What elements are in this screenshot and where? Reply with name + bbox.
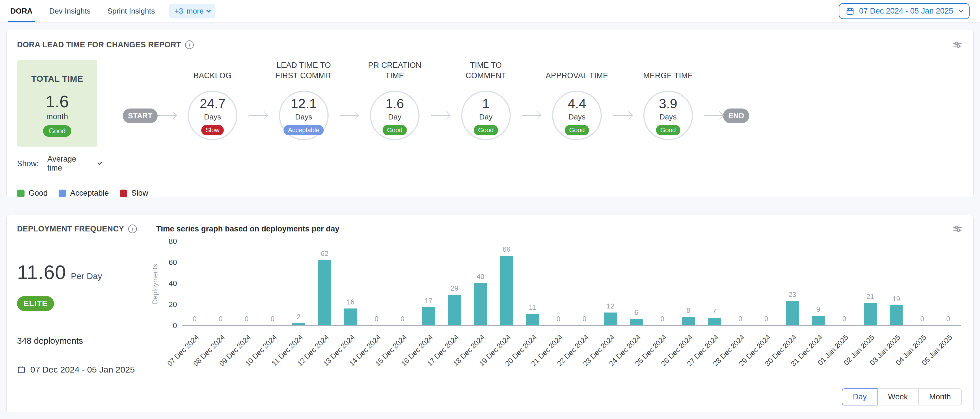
stage-circle: 1DayGood xyxy=(461,90,511,140)
gridline xyxy=(181,262,961,262)
y-axis-tick: 0 xyxy=(173,321,177,330)
tab-sprint-insights[interactable]: Sprint Insights xyxy=(107,0,155,22)
chart-bar[interactable] xyxy=(604,313,617,325)
chart-bar[interactable] xyxy=(292,323,305,325)
granularity-week[interactable]: Week xyxy=(877,389,919,405)
chart-bar[interactable] xyxy=(864,303,877,325)
bar-value-label: 0 xyxy=(582,315,586,323)
bar-value-label: 0 xyxy=(192,315,196,323)
stage-label: APPROVAL TIME xyxy=(546,60,608,81)
bar-value-label: 0 xyxy=(946,315,950,323)
show-label: Show: xyxy=(17,159,39,168)
bar-value-label: 0 xyxy=(219,315,222,323)
status-legend: GoodAcceptableSlow xyxy=(17,189,97,198)
total-deployments: 348 deployments xyxy=(17,336,148,346)
chart-bar[interactable] xyxy=(448,295,461,325)
show-dropdown-value: Average time xyxy=(47,155,77,173)
stage-circle: 3.9DaysGood xyxy=(643,90,693,140)
chevron-down-icon xyxy=(98,161,102,165)
flow-stage-pr-creation-time: PR CREATION TIME1.6DayGood xyxy=(359,60,431,140)
flow-arrow-icon xyxy=(431,115,450,116)
chart-bar-slot: 0 xyxy=(259,242,286,325)
deployment-date-range-text: 07 Dec 2024 - 05 Jan 2025 xyxy=(30,365,135,375)
chart-bar[interactable] xyxy=(682,317,695,325)
chart-bar[interactable] xyxy=(526,314,539,325)
chart-bar-slot: 0 xyxy=(727,242,753,325)
gridline xyxy=(181,304,961,304)
legend-label: Acceptable xyxy=(70,189,109,198)
stage-unit: Day xyxy=(388,113,401,122)
info-icon[interactable] xyxy=(185,40,194,49)
chart-bar[interactable] xyxy=(344,308,357,325)
date-range-text: 07 Dec 2024 - 05 Jan 2025 xyxy=(859,6,953,16)
total-time-value: 1.6 xyxy=(17,92,97,111)
show-average-dropdown[interactable]: Average time xyxy=(39,155,101,173)
gridline xyxy=(181,283,961,283)
bar-value-label: 9 xyxy=(816,305,820,313)
chart-bar[interactable] xyxy=(630,319,643,325)
chart-bar-slot: 0 xyxy=(234,242,259,325)
chart-bar[interactable] xyxy=(890,305,903,325)
stage-label: TIME TO COMMENT xyxy=(450,60,522,81)
legend-label: Slow xyxy=(131,189,148,198)
status-badge: Acceptable xyxy=(283,125,324,135)
stage-value: 1 xyxy=(482,96,490,111)
chart-bar-slot: 62 xyxy=(312,242,337,325)
gridline xyxy=(181,241,961,241)
chevron-down-icon xyxy=(207,8,211,13)
chart-bar[interactable] xyxy=(708,318,721,325)
deployment-rate-unit: Per Day xyxy=(71,271,102,281)
stage-label: MERGE TIME xyxy=(643,60,693,81)
chart-plot-area: 0000262160017294066110012608700239021190… xyxy=(181,242,961,326)
chart-bar[interactable] xyxy=(812,316,825,325)
chart-bar[interactable] xyxy=(474,283,487,325)
chart-bar[interactable] xyxy=(318,260,331,325)
flow-stage-time-to-comment: TIME TO COMMENT1DayGood xyxy=(450,60,522,140)
chart-bar-slot: 2 xyxy=(286,242,312,325)
deployment-date-range: 07 Dec 2024 - 05 Jan 2025 xyxy=(17,365,148,375)
chart-bar[interactable] xyxy=(786,301,799,325)
flow-stage-lead-time-to-first-commit: LEAD TIME TO FIRST COMMIT12.1DaysAccepta… xyxy=(268,60,340,140)
y-axis-tick: 20 xyxy=(169,300,177,309)
tab-list: DORADev InsightsSprint Insights xyxy=(10,0,155,22)
chart-bar-slot: 29 xyxy=(441,242,468,325)
calendar-icon xyxy=(846,7,854,16)
bar-value-label: 0 xyxy=(374,315,378,323)
sliders-icon xyxy=(952,223,963,234)
granularity-day[interactable]: Day xyxy=(842,389,878,405)
y-axis: 020406080 xyxy=(159,242,177,326)
chart-bar[interactable] xyxy=(422,307,435,325)
y-axis-title: Deployments xyxy=(151,264,159,304)
bar-value-label: 62 xyxy=(321,249,329,258)
bar-value-label: 0 xyxy=(270,315,274,323)
flow-arrow-icon xyxy=(340,115,359,116)
more-tabs-button[interactable]: +3 more xyxy=(169,4,215,19)
stage-value: 3.9 xyxy=(659,96,678,111)
chart-bar-slot: 0 xyxy=(364,242,390,325)
date-range-picker[interactable]: 07 Dec 2024 - 05 Jan 2025 xyxy=(839,3,970,19)
flow-arrow-icon xyxy=(522,115,541,116)
chart-settings-button[interactable] xyxy=(952,39,963,50)
lead-time-summary-column: TOTAL TIME 1.6 month Good Show: Average … xyxy=(17,60,97,198)
chart-bar-slot: 19 xyxy=(883,242,909,325)
bar-value-label: 0 xyxy=(764,315,768,323)
y-axis-tick: 80 xyxy=(169,237,177,246)
chart-bar[interactable] xyxy=(500,256,513,325)
lead-time-flow: STARTBACKLOG24.7DaysSlowLEAD TIME TO FIR… xyxy=(123,60,749,140)
chart-bars: 0000262160017294066110012608700239021190… xyxy=(181,242,961,325)
lead-time-panel-title: DORA LEAD TIME FOR CHANGES REPORT xyxy=(17,40,181,49)
chart-settings-button[interactable] xyxy=(952,223,963,234)
granularity-month[interactable]: Month xyxy=(918,389,962,405)
bar-value-label: 21 xyxy=(867,293,874,301)
status-badge: Good xyxy=(565,125,589,135)
stage-circle: 4.4DaysGood xyxy=(552,90,602,140)
chart-bar-slot: 8 xyxy=(675,242,702,325)
info-icon[interactable] xyxy=(128,224,137,233)
bar-value-label: 6 xyxy=(634,308,638,317)
chart-bar-slot: 11 xyxy=(519,242,546,325)
bar-value-label: 23 xyxy=(789,290,796,299)
tab-dev-insights[interactable]: Dev Insights xyxy=(49,0,91,22)
lead-time-panel-header: DORA LEAD TIME FOR CHANGES REPORT xyxy=(17,39,963,50)
tab-dora[interactable]: DORA xyxy=(10,0,33,22)
chart-bar-slot: 9 xyxy=(805,242,831,325)
